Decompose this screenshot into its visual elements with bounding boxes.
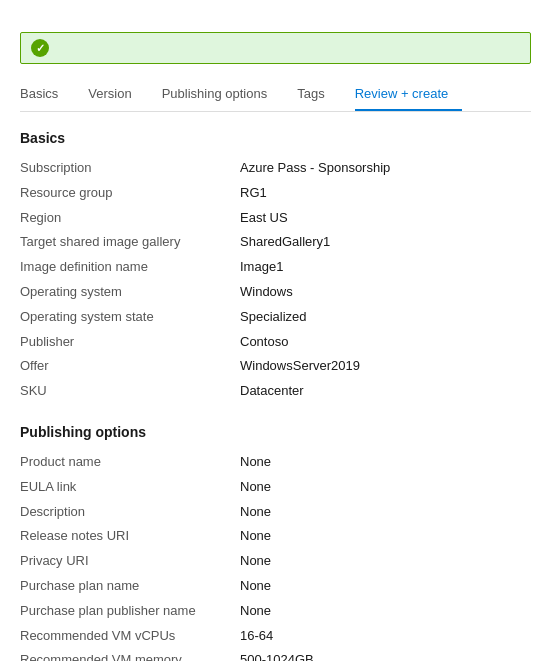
row-label: Release notes URI bbox=[20, 524, 240, 549]
row-value: Specialized bbox=[240, 305, 531, 330]
section-title-publishing-options: Publishing options bbox=[20, 424, 531, 440]
table-row: Image definition nameImage1 bbox=[20, 255, 531, 280]
row-label: Operating system bbox=[20, 280, 240, 305]
table-row: SubscriptionAzure Pass - Sponsorship bbox=[20, 156, 531, 181]
section-table-basics: SubscriptionAzure Pass - SponsorshipReso… bbox=[20, 156, 531, 404]
section-title-basics: Basics bbox=[20, 130, 531, 146]
row-label: Target shared image gallery bbox=[20, 230, 240, 255]
row-value: Azure Pass - Sponsorship bbox=[240, 156, 531, 181]
row-label: Recommended VM memory bbox=[20, 648, 240, 661]
row-label: Resource group bbox=[20, 181, 240, 206]
table-row: Operating systemWindows bbox=[20, 280, 531, 305]
row-label: Purchase plan name bbox=[20, 574, 240, 599]
validation-banner bbox=[20, 32, 531, 64]
row-label: Recommended VM vCPUs bbox=[20, 624, 240, 649]
table-row: Target shared image gallerySharedGallery… bbox=[20, 230, 531, 255]
row-value: SharedGallery1 bbox=[240, 230, 531, 255]
content-area: BasicsSubscriptionAzure Pass - Sponsorsh… bbox=[20, 130, 531, 661]
table-row: Purchase plan nameNone bbox=[20, 574, 531, 599]
table-row: EULA linkNone bbox=[20, 475, 531, 500]
table-row: Resource groupRG1 bbox=[20, 181, 531, 206]
table-row: Privacy URINone bbox=[20, 549, 531, 574]
row-value: WindowsServer2019 bbox=[240, 354, 531, 379]
table-row: SKUDatacenter bbox=[20, 379, 531, 404]
table-row: Product nameNone bbox=[20, 450, 531, 475]
tab-review-create[interactable]: Review + create bbox=[355, 78, 463, 111]
table-row: Release notes URINone bbox=[20, 524, 531, 549]
row-value: None bbox=[240, 574, 531, 599]
row-value: None bbox=[240, 475, 531, 500]
row-value: None bbox=[240, 599, 531, 624]
row-label: Offer bbox=[20, 354, 240, 379]
row-value: 16-64 bbox=[240, 624, 531, 649]
tab-bar: BasicsVersionPublishing optionsTagsRevie… bbox=[20, 78, 531, 112]
row-value: Datacenter bbox=[240, 379, 531, 404]
validation-icon bbox=[31, 39, 49, 57]
row-value: None bbox=[240, 450, 531, 475]
row-label: Purchase plan publisher name bbox=[20, 599, 240, 624]
tab-tags[interactable]: Tags bbox=[297, 78, 338, 111]
tab-basics[interactable]: Basics bbox=[20, 78, 72, 111]
row-value: Contoso bbox=[240, 330, 531, 355]
row-label: Subscription bbox=[20, 156, 240, 181]
row-value: Image1 bbox=[240, 255, 531, 280]
tab-version[interactable]: Version bbox=[88, 78, 145, 111]
row-label: SKU bbox=[20, 379, 240, 404]
row-value: 500-1024GB bbox=[240, 648, 531, 661]
row-label: Privacy URI bbox=[20, 549, 240, 574]
table-row: OfferWindowsServer2019 bbox=[20, 354, 531, 379]
row-label: Operating system state bbox=[20, 305, 240, 330]
row-label: Product name bbox=[20, 450, 240, 475]
row-label: Description bbox=[20, 500, 240, 525]
row-label: Image definition name bbox=[20, 255, 240, 280]
row-value: None bbox=[240, 524, 531, 549]
table-row: Operating system stateSpecialized bbox=[20, 305, 531, 330]
table-row: DescriptionNone bbox=[20, 500, 531, 525]
row-value: RG1 bbox=[240, 181, 531, 206]
section-table-publishing-options: Product nameNoneEULA linkNoneDescription… bbox=[20, 450, 531, 661]
table-row: PublisherContoso bbox=[20, 330, 531, 355]
table-row: RegionEast US bbox=[20, 206, 531, 231]
row-label: Publisher bbox=[20, 330, 240, 355]
row-value: Windows bbox=[240, 280, 531, 305]
tab-publishing-options[interactable]: Publishing options bbox=[162, 78, 282, 111]
table-row: Purchase plan publisher nameNone bbox=[20, 599, 531, 624]
row-value: None bbox=[240, 549, 531, 574]
row-label: Region bbox=[20, 206, 240, 231]
row-value: East US bbox=[240, 206, 531, 231]
table-row: Recommended VM memory500-1024GB bbox=[20, 648, 531, 661]
table-row: Recommended VM vCPUs16-64 bbox=[20, 624, 531, 649]
row-value: None bbox=[240, 500, 531, 525]
row-label: EULA link bbox=[20, 475, 240, 500]
